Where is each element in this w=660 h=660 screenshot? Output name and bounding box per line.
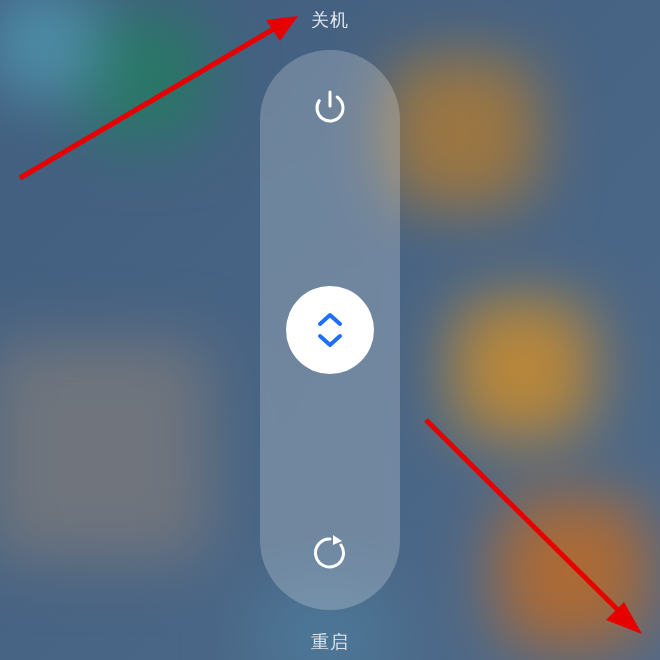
chevron-down-icon xyxy=(316,332,344,348)
power-slider-track[interactable] xyxy=(260,50,400,610)
restart-icon xyxy=(305,528,355,578)
power-icon xyxy=(305,82,355,132)
restart-label: 重启 xyxy=(311,630,349,654)
svg-marker-2 xyxy=(333,535,342,545)
chevron-up-icon xyxy=(316,312,344,328)
shutdown-label: 关机 xyxy=(311,8,349,32)
slider-thumb[interactable] xyxy=(286,286,374,374)
